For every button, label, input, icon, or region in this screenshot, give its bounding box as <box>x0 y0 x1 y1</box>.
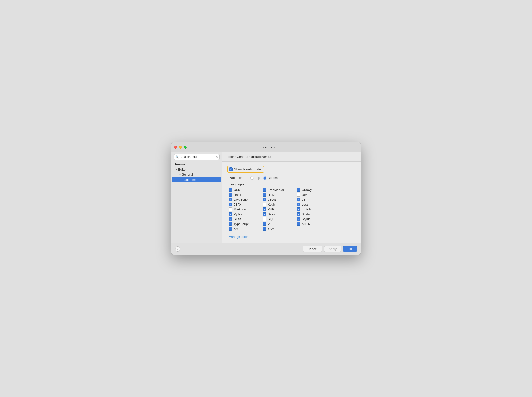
lang-item-html[interactable]: ✓HTML <box>263 193 297 197</box>
lang-label-json: JSON <box>268 198 276 201</box>
lang-item-groovy[interactable]: ✓Groovy <box>297 188 331 192</box>
lang-item-java[interactable]: Java <box>297 193 331 197</box>
lang-checkbox-css[interactable]: ✓ <box>229 188 232 192</box>
checkmark-icon: ✓ <box>230 218 231 220</box>
radio-bottom[interactable] <box>263 176 266 180</box>
lang-checkbox-yaml[interactable]: ✓ <box>263 227 266 231</box>
lang-label-php: PHP <box>268 207 274 211</box>
checkmark-icon: ✓ <box>298 218 300 220</box>
lang-item-vtl[interactable]: ✓VTL <box>263 222 297 226</box>
lang-checkbox-scss[interactable]: ✓ <box>229 217 232 221</box>
lang-checkbox-sql[interactable] <box>263 217 266 221</box>
lang-checkbox-groovy[interactable]: ✓ <box>297 188 300 192</box>
lang-item-sass[interactable]: ✓Sass <box>263 212 297 216</box>
sidebar-item-label: General <box>182 173 193 176</box>
lang-checkbox-less[interactable]: ✓ <box>297 203 300 206</box>
lang-label-typescript: TypeScript <box>234 222 248 226</box>
lang-item-haml[interactable]: ✓Haml <box>229 193 263 197</box>
lang-item-jsp[interactable]: ✓JSP <box>297 198 331 201</box>
checkmark-icon: ✓ <box>230 198 231 201</box>
lang-checkbox-kotlin[interactable] <box>263 203 266 206</box>
lang-checkbox-jspx[interactable]: ✓ <box>229 203 232 206</box>
placement-top-label: Top <box>255 176 260 180</box>
lang-checkbox-stylus[interactable]: ✓ <box>297 217 300 221</box>
lang-checkbox-scala[interactable]: ✓ <box>297 212 300 216</box>
placement-bottom-label: Bottom <box>268 176 278 180</box>
sidebar-item-breadcrumbs[interactable]: Breadcrumbs <box>172 177 221 182</box>
sidebar-item-general[interactable]: ▾ General <box>171 172 222 177</box>
lang-item-css[interactable]: ✓CSS <box>229 188 263 192</box>
radio-top[interactable] <box>250 176 254 180</box>
lang-checkbox-vtl[interactable]: ✓ <box>263 222 266 226</box>
lang-item-php[interactable]: ✓PHP <box>263 207 297 211</box>
cancel-button[interactable]: Cancel <box>303 246 322 252</box>
lang-item-kotlin[interactable]: Kotlin <box>263 203 297 206</box>
lang-label-xhtml: XHTML <box>302 222 312 226</box>
checkmark-icon: ✓ <box>230 168 232 171</box>
search-box: 🔍 ✕ <box>174 154 220 160</box>
minimize-button[interactable] <box>179 146 182 149</box>
lang-checkbox-markdown[interactable] <box>229 207 232 211</box>
placement-bottom-option[interactable]: Bottom <box>263 176 278 180</box>
lang-item-sql[interactable]: SQL <box>263 217 297 221</box>
checkmark-icon: ✓ <box>264 194 266 196</box>
maximize-button[interactable] <box>184 146 187 149</box>
languages-grid: ✓CSS✓FreeMarker✓Groovy✓Haml✓HTMLJava✓Jav… <box>227 188 356 231</box>
settings-content: ✓ Show breadcrumbs Placement: Top <box>222 162 361 243</box>
lang-item-markdown[interactable]: Markdown <box>229 207 263 211</box>
placement-top-option[interactable]: Top <box>250 176 260 180</box>
lang-item-javascript[interactable]: ✓JavaScript <box>229 198 263 201</box>
lang-checkbox-sass[interactable]: ✓ <box>263 212 266 216</box>
lang-item-scala[interactable]: ✓Scala <box>297 212 331 216</box>
nav-back-button[interactable]: ← <box>345 154 351 159</box>
lang-item-json[interactable]: ✓JSON <box>263 198 297 201</box>
close-button[interactable] <box>174 146 177 149</box>
lang-checkbox-javascript[interactable]: ✓ <box>229 198 232 201</box>
lang-checkbox-python[interactable]: ✓ <box>229 212 232 216</box>
sidebar-item-keymap[interactable]: Keymap <box>171 162 222 167</box>
lang-label-less: Less <box>302 203 308 206</box>
checkmark-icon: ✓ <box>298 203 300 206</box>
bottom-buttons: Cancel Apply OK <box>303 246 357 252</box>
lang-item-xml[interactable]: ✓XML <box>229 227 263 231</box>
search-icon: 🔍 <box>176 155 179 159</box>
lang-item-less[interactable]: ✓Less <box>297 203 331 206</box>
lang-label-python: Python <box>234 212 243 216</box>
lang-checkbox-xml[interactable]: ✓ <box>229 227 232 231</box>
help-button[interactable]: ? <box>175 246 180 252</box>
lang-checkbox-jsp[interactable]: ✓ <box>297 198 300 201</box>
checkmark-icon: ✓ <box>264 189 266 191</box>
lang-checkbox-html[interactable]: ✓ <box>263 193 266 197</box>
lang-item-jspx[interactable]: ✓JSPX <box>229 203 263 206</box>
manage-colors-link[interactable]: Manage colors <box>227 235 249 239</box>
lang-checkbox-php[interactable]: ✓ <box>263 207 266 211</box>
window-title: Preferences <box>257 145 275 149</box>
search-clear-icon[interactable]: ✕ <box>216 155 218 159</box>
lang-checkbox-typescript[interactable]: ✓ <box>229 222 232 226</box>
search-input[interactable] <box>174 154 220 160</box>
lang-item-freemarker[interactable]: ✓FreeMarker <box>263 188 297 192</box>
lang-item-stylus[interactable]: ✓Stylus <box>297 217 331 221</box>
lang-label-protobuf: protobuf <box>302 207 313 211</box>
lang-checkbox-protobuf[interactable]: ✓ <box>297 207 300 211</box>
show-breadcrumbs-checkbox[interactable]: ✓ <box>229 167 233 171</box>
lang-item-yaml[interactable]: ✓YAML <box>263 227 297 231</box>
checkmark-icon: ✓ <box>264 208 266 211</box>
lang-checkbox-xhtml[interactable]: ✓ <box>297 222 300 226</box>
lang-checkbox-json[interactable]: ✓ <box>263 198 266 201</box>
lang-item-scss[interactable]: ✓SCSS <box>229 217 263 221</box>
lang-item-xhtml[interactable]: ✓XHTML <box>297 222 331 226</box>
lang-item-python[interactable]: ✓Python <box>229 212 263 216</box>
nav-forward-button[interactable]: → <box>352 154 357 159</box>
sidebar-item-editor[interactable]: ▾ Editor <box>171 167 222 172</box>
ok-button[interactable]: OK <box>343 246 357 252</box>
checkmark-icon: ✓ <box>298 189 300 191</box>
lang-checkbox-haml[interactable]: ✓ <box>229 193 232 197</box>
lang-item-protobuf[interactable]: ✓protobuf <box>297 207 331 211</box>
placement-label: Placement: <box>229 176 248 180</box>
lang-item-typescript[interactable]: ✓TypeScript <box>229 222 263 226</box>
lang-checkbox-freemarker[interactable]: ✓ <box>263 188 266 192</box>
apply-button[interactable]: Apply <box>324 246 341 252</box>
lang-checkbox-java[interactable] <box>297 193 300 197</box>
show-breadcrumbs-row[interactable]: ✓ Show breadcrumbs <box>227 166 264 173</box>
